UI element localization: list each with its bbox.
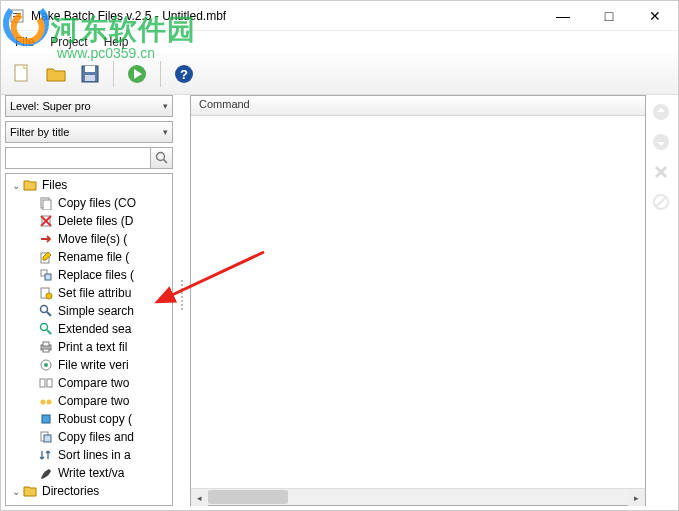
right-action-bar	[648, 95, 674, 213]
robust-icon	[38, 411, 54, 427]
tree-item[interactable]: Compare two	[8, 392, 172, 410]
svg-rect-6	[85, 66, 95, 72]
tree-node-files[interactable]: ⌄ Files	[8, 176, 172, 194]
tree-item[interactable]: Set file attribu	[8, 284, 172, 302]
horizontal-scrollbar[interactable]: ◂ ▸	[191, 488, 645, 505]
svg-line-25	[47, 312, 51, 316]
search-ext-icon	[38, 321, 54, 337]
svg-rect-37	[42, 415, 50, 423]
tree-node-directories[interactable]: ⌄ Directories	[8, 482, 172, 500]
svg-point-24	[41, 306, 48, 313]
disable-item-button[interactable]	[650, 191, 672, 213]
attribute-icon	[38, 285, 54, 301]
scroll-thumb[interactable]	[208, 490, 288, 504]
tree-item[interactable]: Rename file (	[8, 248, 172, 266]
svg-line-45	[656, 197, 666, 207]
svg-point-23	[46, 293, 52, 299]
svg-rect-15	[43, 200, 51, 210]
close-button[interactable]: ✕	[632, 1, 678, 31]
search-input[interactable]	[5, 147, 151, 169]
tree-item[interactable]: File write veri	[8, 356, 172, 374]
toolbar: ?	[1, 53, 678, 95]
tree-item[interactable]: Move file(s) (	[8, 230, 172, 248]
search-button[interactable]	[151, 147, 173, 169]
chevron-down-icon: ▾	[163, 127, 168, 137]
svg-point-36	[47, 400, 52, 405]
verify-icon	[38, 357, 54, 373]
menu-bar: File Project Help	[1, 31, 678, 53]
filter-combo[interactable]: Filter by title ▾	[5, 121, 173, 143]
delete-item-button[interactable]	[650, 161, 672, 183]
left-panel: Level: Super pro ▾ Filter by title ▾ ⌄ F…	[5, 95, 173, 506]
tree-item[interactable]: Delete files (D	[8, 212, 172, 230]
svg-line-13	[163, 160, 167, 164]
command-tree[interactable]: ⌄ Files Copy files (CO Delete files (D M…	[5, 173, 173, 506]
svg-rect-34	[47, 379, 52, 387]
collapse-icon[interactable]: ⌄	[10, 180, 22, 191]
svg-rect-2	[13, 16, 21, 17]
compare-icon	[38, 375, 54, 391]
copy-and-icon	[38, 429, 54, 445]
tree-item[interactable]: Print a text fil	[8, 338, 172, 356]
toolbar-separator	[113, 61, 114, 87]
svg-line-27	[47, 330, 51, 334]
level-combo[interactable]: Level: Super pro ▾	[5, 95, 173, 117]
compare2-icon	[38, 393, 54, 409]
open-button[interactable]	[41, 59, 71, 89]
level-label: Level: Super pro	[10, 100, 91, 112]
column-header-command[interactable]: Command	[191, 96, 645, 116]
copy-icon	[38, 195, 54, 211]
replace-icon	[38, 267, 54, 283]
svg-point-32	[44, 363, 48, 367]
command-list-body[interactable]	[191, 116, 645, 488]
tree-item[interactable]: Write text/va	[8, 464, 172, 482]
scroll-left-arrow[interactable]: ◂	[191, 489, 208, 506]
svg-rect-30	[43, 349, 49, 352]
tree-item[interactable]: Simple search	[8, 302, 172, 320]
write-icon	[38, 465, 54, 481]
move-down-button[interactable]	[650, 131, 672, 153]
folder-icon	[22, 483, 38, 499]
tree-item[interactable]: Copy files and	[8, 428, 172, 446]
menu-project[interactable]: Project	[44, 33, 93, 51]
move-up-button[interactable]	[650, 101, 672, 123]
save-button[interactable]	[75, 59, 105, 89]
svg-rect-29	[43, 342, 49, 346]
delete-icon	[38, 213, 54, 229]
maximize-button[interactable]: □	[586, 1, 632, 31]
collapse-icon[interactable]: ⌄	[10, 486, 22, 497]
command-list-panel: Command ◂ ▸	[190, 95, 646, 506]
tree-item[interactable]: Copy files (CO	[8, 194, 172, 212]
svg-point-35	[41, 400, 46, 405]
print-icon	[38, 339, 54, 355]
sort-icon	[38, 447, 54, 463]
tree-item[interactable]: Robust copy (	[8, 410, 172, 428]
svg-rect-7	[85, 75, 95, 81]
svg-rect-39	[44, 435, 51, 442]
title-bar: Make Batch Files v.2.5 - Untitled.mbf — …	[1, 1, 678, 31]
tree-item[interactable]: Sort lines in a	[8, 446, 172, 464]
new-file-button[interactable]	[7, 59, 37, 89]
help-button[interactable]: ?	[169, 59, 199, 89]
chevron-down-icon: ▾	[163, 101, 168, 111]
toolbar-separator-2	[160, 61, 161, 87]
svg-text:?: ?	[180, 67, 188, 82]
search-icon	[38, 303, 54, 319]
folder-icon	[22, 177, 38, 193]
scroll-right-arrow[interactable]: ▸	[628, 489, 645, 506]
run-button[interactable]	[122, 59, 152, 89]
tree-item[interactable]: Replace files (	[8, 266, 172, 284]
svg-point-26	[41, 324, 48, 331]
splitter[interactable]	[179, 95, 184, 506]
tree-item[interactable]: Compare two	[8, 374, 172, 392]
rename-icon	[38, 249, 54, 265]
magnifier-icon	[155, 151, 169, 165]
tree-item[interactable]: Extended sea	[8, 320, 172, 338]
svg-point-12	[156, 153, 164, 161]
svg-rect-33	[40, 379, 45, 387]
app-icon	[9, 8, 25, 24]
menu-file[interactable]: File	[9, 33, 40, 51]
filter-label: Filter by title	[10, 126, 69, 138]
menu-help[interactable]: Help	[98, 33, 135, 51]
minimize-button[interactable]: —	[540, 1, 586, 31]
